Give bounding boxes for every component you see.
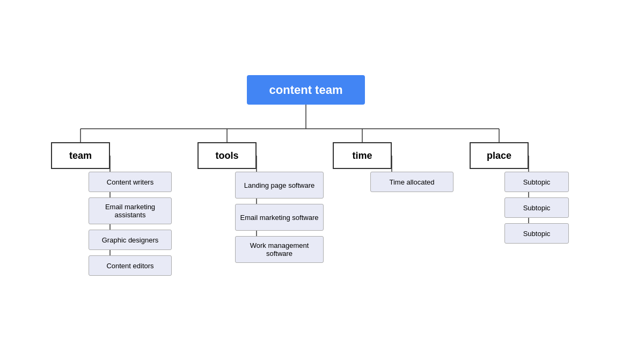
branch-tools-label: tools: [216, 150, 239, 161]
leaf-subtopic-1: Subtopic: [504, 172, 569, 192]
leaf-work-management-software: Work management software: [235, 236, 324, 263]
root-label: content team: [269, 83, 343, 97]
branch-tools: tools: [197, 142, 257, 169]
leaf-subtopic-3: Subtopic: [504, 223, 569, 244]
branch-place-label: place: [487, 150, 511, 161]
branch-place: place: [470, 142, 529, 169]
mind-map-diagram: content team team Content writers Email …: [0, 0, 644, 338]
leaf-graphic-designers: Graphic designers: [89, 230, 172, 250]
branch-time-label: time: [352, 150, 372, 161]
leaf-content-writers: Content writers: [89, 172, 172, 192]
leaf-content-editors: Content editors: [89, 255, 172, 276]
branch-team-label: team: [69, 150, 92, 161]
leaf-email-marketing-software: Email marketing software: [235, 204, 324, 231]
leaf-landing-page-software: Landing page software: [235, 172, 324, 199]
connector-lines: [0, 0, 644, 338]
root-node: content team: [247, 75, 365, 105]
branch-time: time: [333, 142, 392, 169]
branch-team: team: [51, 142, 110, 169]
leaf-time-allocated: Time allocated: [370, 172, 453, 192]
leaf-subtopic-2: Subtopic: [504, 197, 569, 218]
leaf-email-marketing-assistants: Email marketing assistants: [89, 197, 172, 224]
